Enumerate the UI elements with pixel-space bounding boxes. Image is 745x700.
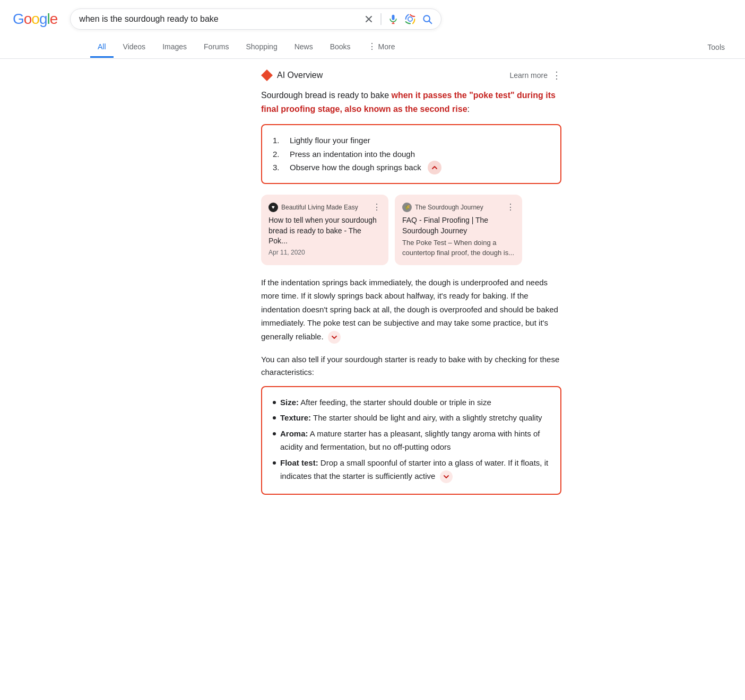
close-icon xyxy=(363,14,374,24)
chevron-up-icon xyxy=(431,164,438,171)
search-icons xyxy=(363,13,432,25)
source-1-site: ♥ Beautiful Living Made Easy xyxy=(268,203,358,212)
ai-intro-colon: : xyxy=(467,104,470,113)
step-2-text: Press an indentation into the dough xyxy=(290,147,415,161)
chevron-down-icon xyxy=(331,334,337,340)
source-1-icon: ♥ xyxy=(268,203,278,212)
bullet-3-text: Aroma: A mature starter has a pleasant, … xyxy=(280,427,550,454)
expand-floattest-button[interactable] xyxy=(440,470,453,483)
bullet-2-bold: Texture: xyxy=(280,413,311,422)
source-2-name: The Sourdough Journey xyxy=(415,204,483,211)
bullet-dot-3 xyxy=(273,432,276,435)
step-1-text: Lightly flour your finger xyxy=(290,134,370,147)
ai-overview-header: AI Overview Learn more ⋮ xyxy=(261,69,561,81)
header: Google when is the sourdough ready to ba… xyxy=(0,0,745,30)
ai-diamond-icon xyxy=(261,69,273,81)
bullet-4-text: Float test: Drop a small spoonful of sta… xyxy=(280,456,550,484)
nav-all[interactable]: All xyxy=(90,37,114,58)
bullet-2-rest: The starter should be light and airy, wi… xyxy=(311,413,542,422)
source-card-2-header: 🌾 The Sourdough Journey ⋮ xyxy=(402,202,515,212)
step-3-text: Observe how the dough springs back xyxy=(290,161,421,174)
nav-forums[interactable]: Forums xyxy=(196,37,236,58)
search-icon xyxy=(422,14,432,24)
svg-rect-3 xyxy=(392,15,395,20)
source-1-date: Apr 11, 2020 xyxy=(268,249,381,256)
source-2-icon: 🌾 xyxy=(402,203,412,212)
step-2: 2. Press an indentation into the dough xyxy=(273,147,550,161)
ai-intro-text: Sourdough bread is ready to bake when it… xyxy=(261,89,561,116)
step-1: 1. Lightly flour your finger xyxy=(273,134,550,147)
source-2-snippet: The Poke Test – When doing a countertop … xyxy=(402,238,515,257)
step-1-num: 1. xyxy=(273,134,285,147)
bullet-1-text: Size: After feeding, the starter should … xyxy=(280,396,491,409)
source-cards: ♥ Beautiful Living Made Easy ⋮ How to te… xyxy=(261,195,561,265)
source-2-title: FAQ - Final Proofing | The Sourdough Jou… xyxy=(402,215,515,236)
bullet-box: Size: After feeding, the starter should … xyxy=(261,386,561,495)
bullet-4-bold: Float test: xyxy=(280,458,318,467)
nav-bar: All Videos Images Forums Shopping News B… xyxy=(0,36,745,59)
google-logo: Google xyxy=(13,11,57,28)
bullet-dot-1 xyxy=(273,401,276,404)
expand-paragraph1-button[interactable] xyxy=(328,331,341,344)
divider xyxy=(380,13,382,25)
ai-subheading: You can also tell if your sourdough star… xyxy=(261,353,561,379)
steps-box: 1. Lightly flour your finger 2. Press an… xyxy=(261,124,561,184)
image-search-button[interactable] xyxy=(405,14,415,24)
bullet-item-1: Size: After feeding, the starter should … xyxy=(273,396,550,409)
ai-subheading-text: You can also tell if your sourdough star… xyxy=(261,355,559,377)
bullet-3-bold: Aroma: xyxy=(280,429,308,438)
nav-news[interactable]: News xyxy=(287,37,320,58)
learn-more-link[interactable]: Learn more xyxy=(509,71,548,80)
bullet-2-text: Texture: The starter should be light and… xyxy=(280,411,542,425)
bullet-1-bold: Size: xyxy=(280,398,299,407)
bullet-item-2: Texture: The starter should be light and… xyxy=(273,411,550,425)
ai-intro-regular: Sourdough bread is ready to bake xyxy=(261,91,392,100)
source-card-2[interactable]: 🌾 The Sourdough Journey ⋮ FAQ - Final Pr… xyxy=(395,195,522,265)
logo-e: e xyxy=(50,11,58,28)
svg-point-6 xyxy=(408,17,412,21)
ai-overview-title: AI Overview xyxy=(277,71,323,80)
source-1-name: Beautiful Living Made Easy xyxy=(281,204,358,211)
step-3: 3. Observe how the dough springs back xyxy=(273,161,550,174)
source-1-title: How to tell when your sourdough bread is… xyxy=(268,215,381,247)
step-2-num: 2. xyxy=(273,147,285,161)
nav-shopping[interactable]: Shopping xyxy=(239,37,285,58)
source-2-menu[interactable]: ⋮ xyxy=(506,202,515,212)
svg-line-8 xyxy=(429,21,432,24)
camera-icon xyxy=(405,14,415,24)
nav-books[interactable]: Books xyxy=(323,37,358,58)
bullet-3-rest: A mature starter has a pleasant, slightl… xyxy=(280,429,540,452)
search-bar[interactable]: when is the sourdough ready to bake xyxy=(70,8,441,30)
nav-images[interactable]: Images xyxy=(155,37,194,58)
svg-rect-2 xyxy=(380,13,382,25)
learn-more-section: Learn more ⋮ xyxy=(509,69,561,81)
logo-g2: g xyxy=(39,11,47,28)
nav-videos[interactable]: Videos xyxy=(116,37,153,58)
bullet-4-rest: Drop a small spoonful of starter into a … xyxy=(280,458,548,481)
ai-paragraph-1-text: If the indentation springs back immediat… xyxy=(261,278,558,341)
bullet-1-rest: After feeding, the starter should double… xyxy=(299,398,491,407)
main-content: AI Overview Learn more ⋮ Sourdough bread… xyxy=(171,59,574,516)
source-card-1[interactable]: ♥ Beautiful Living Made Easy ⋮ How to te… xyxy=(261,195,388,265)
bullet-item-3: Aroma: A mature starter has a pleasant, … xyxy=(273,427,550,454)
step-3-num: 3. xyxy=(273,161,285,174)
ai-paragraph-1: If the indentation springs back immediat… xyxy=(261,276,561,344)
voice-search-button[interactable] xyxy=(388,14,399,24)
clear-button[interactable] xyxy=(363,14,374,24)
source-1-menu[interactable]: ⋮ xyxy=(372,202,381,212)
source-card-1-header: ♥ Beautiful Living Made Easy ⋮ xyxy=(268,202,381,212)
search-button[interactable] xyxy=(422,14,432,24)
bullet-dot-2 xyxy=(273,416,276,419)
logo-o2: o xyxy=(31,11,39,28)
logo-o1: o xyxy=(24,11,32,28)
ai-options-menu[interactable]: ⋮ xyxy=(552,69,561,81)
logo-g: G xyxy=(13,11,24,28)
bullet-item-4: Float test: Drop a small spoonful of sta… xyxy=(273,456,550,484)
bullet-dot-4 xyxy=(273,461,276,465)
nav-more[interactable]: ⋮ More xyxy=(360,36,403,58)
collapse-step3-button[interactable] xyxy=(428,161,441,174)
more-dots-icon: ⋮ xyxy=(368,41,376,51)
chevron-down-icon-2 xyxy=(443,474,449,480)
search-input[interactable]: when is the sourdough ready to bake xyxy=(79,14,359,24)
nav-tools[interactable]: Tools xyxy=(700,38,732,57)
